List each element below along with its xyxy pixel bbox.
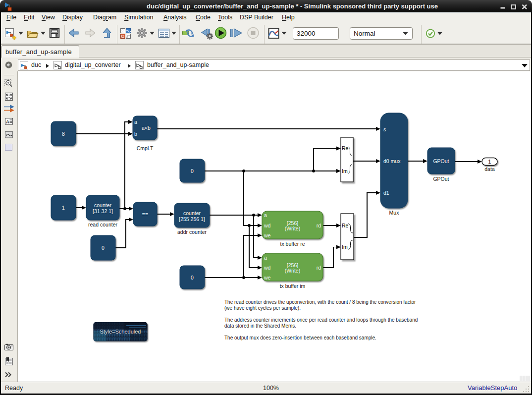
svg-text:[255 256 1]: [255 256 1] bbox=[179, 216, 205, 222]
svg-text:[256]: [256] bbox=[287, 262, 298, 268]
svg-text:d1: d1 bbox=[383, 190, 389, 196]
svg-text:a: a bbox=[134, 119, 137, 125]
svg-text:addr counter: addr counter bbox=[177, 229, 207, 235]
svg-text:The read counter drives the up: The read counter drives the upconvertion… bbox=[224, 299, 416, 305]
svg-text:GPOut: GPOut bbox=[433, 176, 449, 182]
svg-text:we: we bbox=[264, 232, 271, 238]
svg-text:0: 0 bbox=[191, 168, 194, 174]
svg-text:read counter: read counter bbox=[88, 222, 117, 227]
svg-text:==: == bbox=[142, 211, 148, 217]
svg-text:a: a bbox=[264, 212, 267, 218]
svg-text:32000: 32000 bbox=[297, 30, 316, 37]
svg-text:tx buffer re: tx buffer re bbox=[280, 241, 305, 247]
svg-text:s: s bbox=[383, 126, 386, 132]
svg-text:(we have eight cycles per samp: (we have eight cycles per sample). bbox=[224, 305, 301, 311]
svg-text:Re: Re bbox=[342, 145, 349, 151]
svg-text:[256]: [256] bbox=[287, 220, 298, 226]
svg-text:0: 0 bbox=[191, 275, 194, 281]
svg-text:[31 32 1]: [31 32 1] bbox=[93, 208, 113, 214]
svg-text:(Write): (Write) bbox=[285, 226, 300, 231]
svg-text:(Write): (Write) bbox=[285, 268, 300, 274]
svg-text:wd: wd bbox=[264, 265, 271, 271]
svg-text:b: b bbox=[134, 131, 137, 137]
svg-text:Im: Im bbox=[342, 244, 348, 250]
svg-text:Mux: Mux bbox=[389, 210, 400, 216]
svg-text:Normal: Normal bbox=[354, 30, 375, 37]
svg-text:Re: Re bbox=[342, 223, 349, 228]
svg-text:The address counter increments: The address counter increments once per … bbox=[224, 317, 418, 323]
svg-text:rd: rd bbox=[317, 223, 321, 228]
svg-text:data: data bbox=[484, 166, 495, 172]
svg-text:The output mux does zero-inser: The output mux does zero-insertion betwe… bbox=[224, 335, 376, 340]
svg-text:a<b: a<b bbox=[142, 125, 151, 131]
svg-text:Style=Scheduled: Style=Scheduled bbox=[100, 329, 141, 335]
svg-text:wd: wd bbox=[264, 223, 271, 228]
svg-text:counter: counter bbox=[183, 210, 201, 216]
svg-text:0: 0 bbox=[102, 245, 105, 251]
svg-text:we: we bbox=[264, 275, 271, 281]
svg-text:rd: rd bbox=[317, 265, 321, 271]
svg-text:1: 1 bbox=[62, 205, 65, 211]
svg-text:counter: counter bbox=[94, 202, 112, 208]
svg-text:data stored in the Shared Mems: data stored in the Shared Mems. bbox=[224, 323, 296, 329]
svg-text:a: a bbox=[264, 255, 267, 261]
svg-text:d0 mux: d0 mux bbox=[383, 158, 401, 164]
svg-text:GPOut: GPOut bbox=[433, 158, 449, 164]
svg-text:tx buffer im: tx buffer im bbox=[280, 283, 306, 289]
svg-text:A: A bbox=[6, 119, 9, 124]
svg-text:8: 8 bbox=[62, 131, 65, 137]
svg-text:Im: Im bbox=[342, 168, 348, 174]
svg-text:1: 1 bbox=[488, 159, 491, 165]
svg-text:CmpLT: CmpLT bbox=[137, 145, 154, 151]
